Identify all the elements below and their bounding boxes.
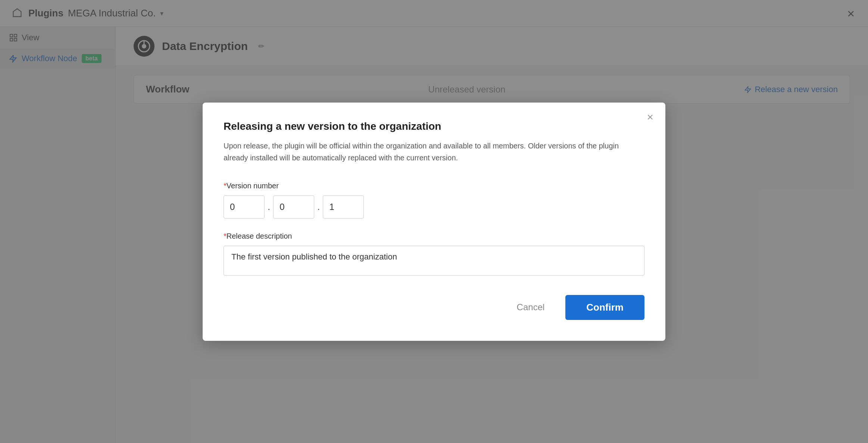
version-dot-2: .: [314, 201, 323, 213]
version-label: *Version number: [224, 182, 644, 190]
modal-description: Upon release, the plugin will be officia…: [224, 140, 644, 164]
release-modal: × Releasing a new version to the organiz…: [203, 103, 665, 341]
version-dot-1: .: [265, 201, 273, 213]
confirm-button[interactable]: Confirm: [565, 295, 644, 320]
version-inputs: . .: [224, 195, 644, 219]
version-major-input[interactable]: [224, 195, 265, 219]
modal-title: Releasing a new version to the organizat…: [224, 120, 644, 132]
modal-overlay: × Releasing a new version to the organiz…: [0, 0, 868, 443]
required-star: *: [224, 182, 227, 190]
cancel-button[interactable]: Cancel: [508, 296, 554, 318]
version-minor-input[interactable]: [273, 195, 314, 219]
description-label: *Release description: [224, 232, 644, 241]
required-star-2: *: [224, 232, 227, 240]
description-textarea[interactable]: [224, 246, 644, 276]
version-number-group: *Version number . .: [224, 182, 644, 219]
description-group: *Release description: [224, 232, 644, 277]
modal-actions: Cancel Confirm: [224, 295, 644, 320]
modal-close-button[interactable]: ×: [647, 111, 653, 123]
version-patch-input[interactable]: [323, 195, 364, 219]
